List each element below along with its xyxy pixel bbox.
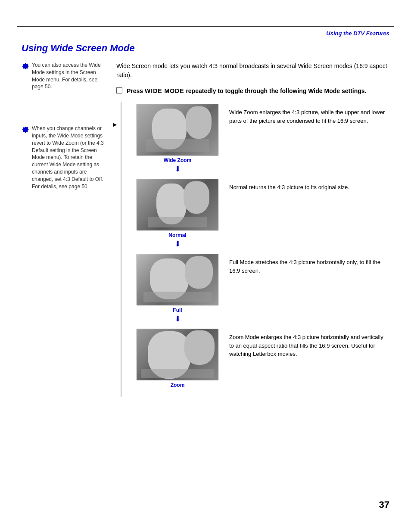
normal-label: Normal (168, 232, 186, 238)
right-column: Wide Screen mode lets you watch 4:3 norm… (116, 62, 389, 397)
wide-zoom-label: Wide Zoom (164, 157, 192, 163)
normal-desc: Normal returns the 4:3 picture to its or… (229, 179, 389, 192)
checkbox-bullet-icon (116, 87, 122, 93)
mode-row-wide-zoom: ► Wide Zoom ⬇ Wide Zoom enlarges the 4:3… (121, 102, 389, 174)
arrow-down-3: ⬇ (174, 314, 181, 324)
mode-image-col-wide-zoom: Wide Zoom ⬇ (134, 104, 221, 174)
mode-row-zoom: Zoom Zoom Mode enlarges the 4:3 picture … (121, 329, 389, 388)
intro-text: Wide Screen mode lets you watch 4:3 norm… (116, 62, 389, 80)
wide-mode-keyword: WIDE MODE (145, 87, 184, 94)
mode-row-normal: Normal ⬇ Normal returns the 4:3 picture … (121, 179, 389, 249)
wide-zoom-image (137, 104, 218, 156)
modes-container: ► Wide Zoom ⬇ Wide Zoom enlarges the 4:3… (121, 102, 389, 397)
note-2-text: When you change channels or inputs, the … (32, 125, 108, 190)
full-label: Full (173, 307, 182, 313)
settings-icon (22, 62, 29, 70)
header-section: Using the DTV Features (0, 27, 411, 38)
zoom-label: Zoom (171, 382, 185, 388)
wide-zoom-desc: Wide Zoom enlarges the 4:3 picture, whil… (229, 104, 389, 125)
content-area: Using Wide Screen Mode You can also acce… (0, 38, 411, 397)
zoom-image (137, 329, 218, 380)
section-title: Using the DTV Features (326, 30, 389, 37)
full-desc: Full Mode stretches the 4:3 picture hori… (229, 254, 389, 275)
settings-icon-2 (22, 125, 29, 133)
mode-image-col-normal: Normal ⬇ (134, 179, 221, 249)
left-column: You can also access the Wide Mode settin… (22, 62, 116, 397)
note-1: You can also access the Wide Mode settin… (22, 62, 108, 90)
page-number: 37 (379, 499, 389, 510)
page-title: Using Wide Screen Mode (22, 43, 389, 54)
zoom-desc: Zoom Mode enlarges the 4:3 picture horiz… (229, 329, 389, 358)
full-image (137, 254, 218, 305)
bullet-item: Press WIDE MODE repeatedly to toggle thr… (116, 87, 389, 96)
two-column-layout: You can also access the Wide Mode settin… (22, 62, 389, 397)
arrow-down-2: ⬇ (174, 239, 181, 249)
mode-image-col-full: Full ⬇ (134, 254, 221, 324)
mode-row-full: Full ⬇ Full Mode stretches the 4:3 pictu… (121, 254, 389, 324)
bullet-text: Press WIDE MODE repeatedly to toggle thr… (127, 87, 366, 96)
arrow-right-icon: ► (112, 121, 118, 128)
mode-image-col-zoom: Zoom (134, 329, 221, 388)
note-1-text: You can also access the Wide Mode settin… (32, 62, 108, 90)
note-2: When you change channels or inputs, the … (22, 125, 108, 190)
normal-image (137, 179, 218, 230)
arrow-down-1: ⬇ (174, 164, 181, 174)
